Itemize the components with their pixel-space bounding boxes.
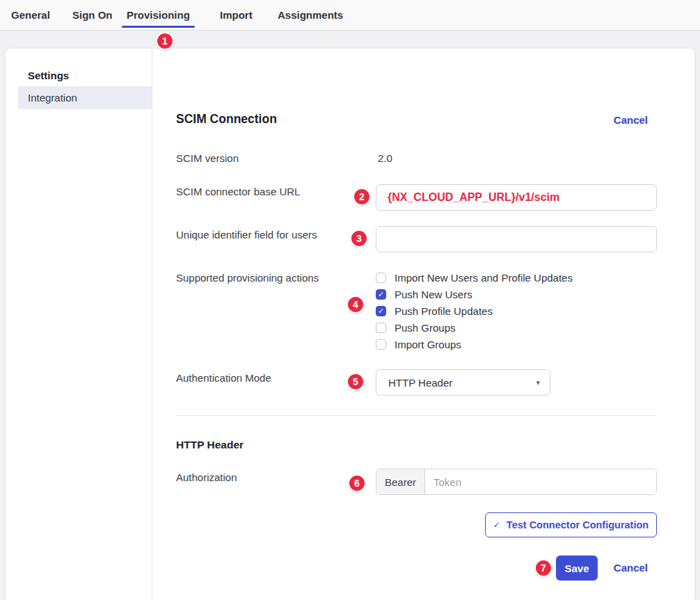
step-badge-2: 2 — [353, 188, 371, 206]
unique-identifier-label: Unique identifier field for users — [176, 229, 317, 241]
save-button[interactable]: Save — [556, 556, 598, 581]
tab-bar: General Sign On Provisioning Import Assi… — [0, 0, 700, 31]
checkbox-label: Push Groups — [395, 322, 456, 334]
test-connector-label: Test Connector Configuration — [507, 519, 649, 530]
checkbox-push-groups[interactable]: ✓ Push Groups — [376, 319, 456, 336]
step-badge-7: 7 — [534, 559, 552, 577]
checkbox-label: Push Profile Updates — [395, 305, 493, 317]
authentication-mode-value: HTTP Header — [388, 377, 536, 389]
sidebar-divider — [152, 49, 152, 600]
base-url-label: SCIM connector base URL — [176, 186, 300, 197]
checkbox-label: Push New Users — [395, 289, 472, 300]
unique-identifier-input[interactable] — [376, 226, 657, 252]
checkbox-label: Import Groups — [395, 339, 461, 350]
authentication-mode-select[interactable]: HTTP Header ▾ — [376, 369, 550, 396]
test-connector-configuration-button[interactable]: ✓ Test Connector Configuration — [485, 512, 657, 537]
tab-sign-on[interactable]: Sign On — [72, 9, 113, 21]
checkbox-import-new-users-and-profile-updates[interactable]: ✓ Import New Users and Profile Updates — [376, 269, 573, 286]
authorization-label: Authorization — [176, 471, 237, 483]
scim-version-label: SCIM version — [176, 152, 239, 164]
checkbox-push-new-users[interactable]: ✓ Push New Users — [376, 286, 472, 302]
tab-provisioning[interactable]: Provisioning — [127, 9, 190, 21]
checkmark-icon: ✓ — [378, 291, 384, 298]
checkbox-import-groups[interactable]: ✓ Import Groups — [376, 336, 461, 352]
step-badge-3: 3 — [350, 229, 368, 248]
provisioning-actions-label: Supported provisioning actions — [176, 272, 319, 284]
http-header-section-title: HTTP Header — [176, 439, 244, 451]
checkbox-icon: ✓ — [376, 289, 386, 300]
sidebar-item-integration[interactable]: Integration — [18, 86, 152, 109]
cancel-link-top[interactable]: Cancel — [614, 114, 648, 126]
section-divider — [176, 415, 657, 416]
scim-version-value: 2.0 — [378, 152, 392, 164]
sidebar-header: Settings — [28, 70, 69, 81]
token-input[interactable] — [425, 469, 656, 494]
screen: General Sign On Provisioning Import Assi… — [0, 0, 700, 600]
tab-general[interactable]: General — [11, 9, 50, 21]
checkbox-icon: ✓ — [376, 339, 386, 350]
checkbox-push-profile-updates[interactable]: ✓ Push Profile Updates — [376, 302, 493, 319]
step-badge-4: 4 — [347, 295, 365, 314]
checkbox-icon: ✓ — [376, 323, 386, 333]
step-badge-1: 1 — [156, 32, 174, 50]
tab-assignments[interactable]: Assignments — [278, 9, 343, 21]
bearer-prefix: Bearer — [376, 469, 425, 494]
authorization-input-group: Bearer — [376, 469, 657, 495]
section-title: SCIM Connection — [176, 112, 277, 127]
checkbox-icon: ✓ — [376, 273, 386, 283]
step-badge-5: 5 — [347, 373, 365, 391]
base-url-input[interactable] — [376, 184, 657, 211]
checkbox-icon: ✓ — [376, 306, 386, 316]
checkmark-icon: ✓ — [493, 520, 500, 530]
content-card: Settings Integration SCIM Connection Can… — [6, 49, 694, 600]
checkmark-icon: ✓ — [378, 307, 384, 315]
step-badge-6: 6 — [348, 474, 366, 492]
checkbox-label: Import New Users and Profile Updates — [395, 272, 573, 284]
tab-import[interactable]: Import — [220, 9, 253, 21]
cancel-link-bottom[interactable]: Cancel — [614, 562, 648, 574]
chevron-down-icon: ▾ — [536, 378, 540, 387]
authentication-mode-label: Authentication Mode — [176, 372, 271, 384]
